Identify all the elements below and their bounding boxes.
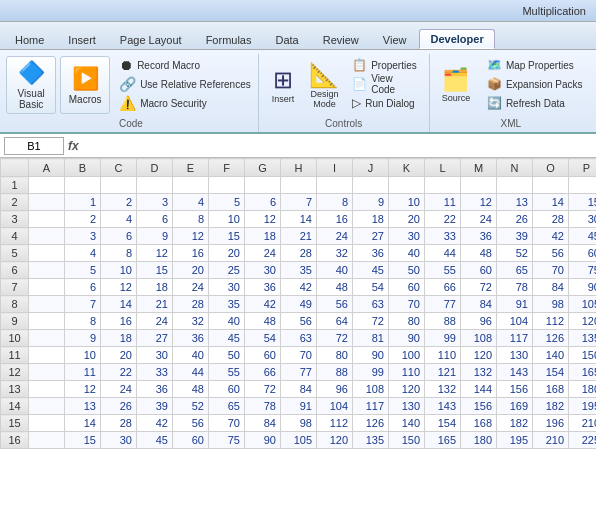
cell[interactable]: 168 (533, 381, 569, 398)
cell[interactable] (389, 177, 425, 194)
cell[interactable]: 140 (389, 415, 425, 432)
cell[interactable]: 140 (533, 347, 569, 364)
row-number[interactable]: 10 (1, 330, 29, 347)
cell[interactable] (209, 177, 245, 194)
col-header-a[interactable]: A (29, 159, 65, 177)
cell[interactable] (29, 398, 65, 415)
cell[interactable]: 40 (389, 245, 425, 262)
cell[interactable]: 210 (533, 432, 569, 449)
cell[interactable]: 16 (101, 313, 137, 330)
cell[interactable]: 88 (425, 313, 461, 330)
col-header-o[interactable]: O (533, 159, 569, 177)
cell[interactable]: 28 (533, 211, 569, 228)
cell[interactable]: 150 (569, 347, 597, 364)
cell[interactable]: 225 (569, 432, 597, 449)
cell[interactable]: 21 (281, 228, 317, 245)
cell[interactable]: 22 (101, 364, 137, 381)
cell[interactable]: 77 (425, 296, 461, 313)
cell[interactable]: 156 (461, 398, 497, 415)
cell[interactable]: 91 (497, 296, 533, 313)
row-number[interactable]: 1 (1, 177, 29, 194)
cell[interactable]: 26 (101, 398, 137, 415)
cell[interactable]: 18 (245, 228, 281, 245)
cell[interactable]: 70 (209, 415, 245, 432)
cell[interactable] (461, 177, 497, 194)
tab-insert[interactable]: Insert (57, 30, 107, 49)
cell[interactable]: 78 (245, 398, 281, 415)
cell[interactable]: 24 (461, 211, 497, 228)
cell[interactable]: 5 (209, 194, 245, 211)
cell[interactable]: 72 (317, 330, 353, 347)
cell[interactable]: 12 (65, 381, 101, 398)
cell[interactable]: 121 (425, 364, 461, 381)
cell[interactable]: 18 (137, 279, 173, 296)
cell[interactable]: 60 (173, 432, 209, 449)
row-number[interactable]: 14 (1, 398, 29, 415)
cell[interactable] (533, 177, 569, 194)
cell[interactable]: 18 (101, 330, 137, 347)
cell[interactable]: 84 (461, 296, 497, 313)
cell[interactable]: 182 (497, 415, 533, 432)
cell[interactable] (29, 228, 65, 245)
col-header-e[interactable]: E (173, 159, 209, 177)
cell[interactable]: 150 (389, 432, 425, 449)
col-header-f[interactable]: F (209, 159, 245, 177)
cell[interactable]: 78 (497, 279, 533, 296)
cell[interactable]: 84 (245, 415, 281, 432)
cell[interactable] (29, 211, 65, 228)
cell[interactable]: 4 (101, 211, 137, 228)
col-header-b[interactable]: B (65, 159, 101, 177)
cell[interactable]: 63 (281, 330, 317, 347)
cell[interactable]: 65 (497, 262, 533, 279)
cell[interactable]: 4 (65, 245, 101, 262)
cell[interactable]: 80 (317, 347, 353, 364)
cell[interactable]: 104 (497, 313, 533, 330)
cell[interactable]: 81 (353, 330, 389, 347)
cell[interactable]: 56 (281, 313, 317, 330)
expansion-packs-button[interactable]: 📦 Expansion Packs (482, 75, 588, 93)
row-number[interactable]: 4 (1, 228, 29, 245)
cell[interactable]: 75 (209, 432, 245, 449)
row-number[interactable]: 6 (1, 262, 29, 279)
cell[interactable]: 1 (65, 194, 101, 211)
cell[interactable]: 25 (209, 262, 245, 279)
cell[interactable]: 180 (569, 381, 597, 398)
cell[interactable]: 24 (245, 245, 281, 262)
cell[interactable]: 12 (101, 279, 137, 296)
cell[interactable]: 84 (533, 279, 569, 296)
cell[interactable]: 110 (389, 364, 425, 381)
cell[interactable]: 22 (425, 211, 461, 228)
visual-basic-button[interactable]: 🔷 VisualBasic (6, 56, 56, 114)
col-header-d[interactable]: D (137, 159, 173, 177)
cell[interactable] (29, 279, 65, 296)
cell[interactable]: 80 (389, 313, 425, 330)
cell[interactable]: 26 (497, 211, 533, 228)
col-header-n[interactable]: N (497, 159, 533, 177)
cell[interactable]: 14 (65, 415, 101, 432)
cell[interactable]: 36 (353, 245, 389, 262)
cell[interactable]: 3 (137, 194, 173, 211)
cell[interactable]: 13 (497, 194, 533, 211)
cell[interactable] (29, 245, 65, 262)
cell[interactable]: 18 (353, 211, 389, 228)
cell[interactable]: 28 (281, 245, 317, 262)
cell[interactable]: 36 (245, 279, 281, 296)
cell[interactable]: 56 (317, 296, 353, 313)
cell[interactable]: 63 (353, 296, 389, 313)
row-number[interactable]: 15 (1, 415, 29, 432)
cell[interactable]: 90 (569, 279, 597, 296)
cell[interactable]: 60 (209, 381, 245, 398)
cell[interactable]: 39 (137, 398, 173, 415)
cell[interactable]: 44 (173, 364, 209, 381)
cell[interactable]: 36 (137, 381, 173, 398)
cell[interactable]: 70 (389, 296, 425, 313)
cell[interactable]: 108 (353, 381, 389, 398)
cell[interactable]: 54 (353, 279, 389, 296)
cell[interactable]: 8 (101, 245, 137, 262)
cell[interactable]: 8 (173, 211, 209, 228)
cell[interactable]: 66 (245, 364, 281, 381)
tab-home[interactable]: Home (4, 30, 55, 49)
cell[interactable]: 132 (425, 381, 461, 398)
cell[interactable]: 36 (173, 330, 209, 347)
cell[interactable]: 120 (569, 313, 597, 330)
